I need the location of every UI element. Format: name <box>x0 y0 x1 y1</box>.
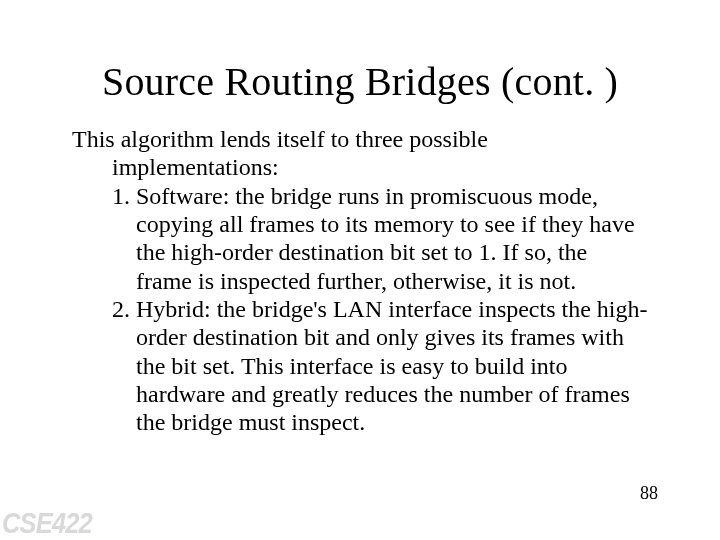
list-item-1: 1. Software: the bridge runs in promiscu… <box>72 182 648 295</box>
slide: Source Routing Bridges (cont. ) This alg… <box>0 0 720 540</box>
course-code: CSE422 <box>2 506 92 540</box>
lead-line: This algorithm lends itself to three pos… <box>72 125 648 153</box>
slide-title: Source Routing Bridges (cont. ) <box>0 0 720 105</box>
page-number: 88 <box>640 483 658 504</box>
list-item-2: 2. Hybrid: the bridge's LAN interface in… <box>72 295 648 437</box>
slide-body: This algorithm lends itself to three pos… <box>0 105 720 436</box>
lead-continuation: implementations: <box>72 153 648 181</box>
